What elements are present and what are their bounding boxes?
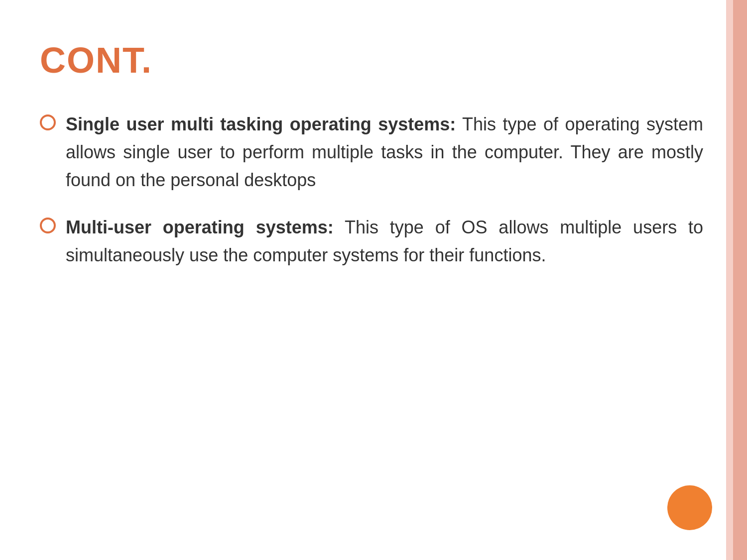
right-bar-outer — [733, 0, 747, 560]
bullet-section-2: Multi-user operating systems: This type … — [40, 214, 707, 269]
bullet-text-1: Single user multi tasking operating syst… — [66, 111, 703, 194]
slide-container: CONT. Single user multi tasking operatin… — [0, 0, 747, 560]
bullet-icon-2 — [40, 218, 56, 233]
bullet-icon-1 — [40, 114, 56, 130]
orange-circle-decoration — [667, 485, 712, 530]
bullet-text-2: Multi-user operating systems: This type … — [66, 214, 703, 269]
bullet-item-1: Single user multi tasking operating syst… — [40, 111, 707, 194]
bullet2-bold: Multi-user operating systems: — [66, 217, 334, 237]
slide-title: CONT. — [40, 40, 707, 81]
bullet-item-2: Multi-user operating systems: This type … — [40, 214, 707, 269]
bullet-section-1: Single user multi tasking operating syst… — [40, 111, 707, 194]
bullet1-bold: Single user multi tasking operating syst… — [66, 114, 456, 134]
right-bar-inner — [726, 0, 733, 560]
